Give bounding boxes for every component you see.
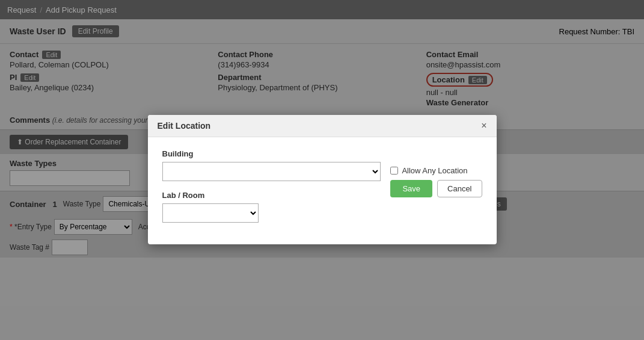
modal-overlay: Edit Location × Building Lab / Room xyxy=(0,19,644,340)
lab-room-label: Lab / Room xyxy=(162,191,381,200)
modal-actions: Save Cancel xyxy=(390,180,482,197)
modal-building-col: Building Lab / Room xyxy=(162,149,381,232)
allow-any-location-group: Allow Any Location xyxy=(390,166,467,175)
building-label: Building xyxy=(162,149,381,158)
modal-body: Building Lab / Room xyxy=(148,137,497,244)
lab-room-select[interactable] xyxy=(162,203,259,223)
modal-cancel-button[interactable]: Cancel xyxy=(437,180,482,197)
modal-close-button[interactable]: × xyxy=(481,121,486,131)
main-content: Waste User ID Edit Profile Request Numbe… xyxy=(0,19,644,340)
building-field: Building xyxy=(162,149,381,181)
breadcrumb-separator: / xyxy=(40,5,42,14)
allow-any-location-checkbox[interactable] xyxy=(390,167,398,175)
modal-right-col: Allow Any Location Save Cancel xyxy=(390,149,482,197)
allow-any-location-label: Allow Any Location xyxy=(402,166,467,175)
modal-header: Edit Location × xyxy=(148,115,497,137)
modal-title: Edit Location xyxy=(158,121,211,131)
breadcrumb-page: Add Pickup Request xyxy=(46,5,117,14)
modal-row: Building Lab / Room xyxy=(162,149,482,232)
breadcrumb-request[interactable]: Request xyxy=(7,5,36,14)
top-bar: Request / Add Pickup Request xyxy=(0,0,644,19)
lab-room-field: Lab / Room xyxy=(162,191,381,223)
edit-location-modal: Edit Location × Building Lab / Room xyxy=(148,115,497,244)
modal-save-button[interactable]: Save xyxy=(390,180,432,197)
building-select[interactable] xyxy=(162,162,381,181)
